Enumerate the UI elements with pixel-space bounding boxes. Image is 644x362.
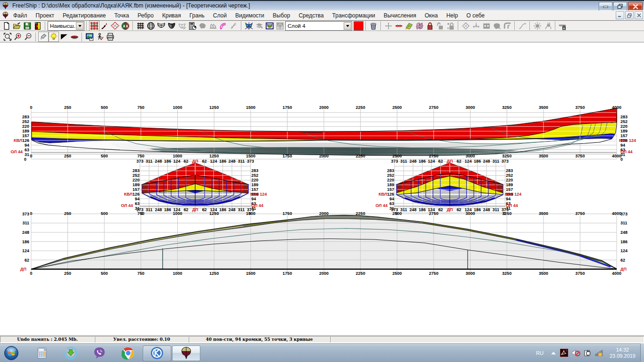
- svg-text:3250: 3250: [502, 105, 512, 110]
- draft-view-icon[interactable]: [177, 21, 187, 31]
- keel-wizard-icon[interactable]: [229, 21, 239, 31]
- svg-text:62: 62: [456, 159, 461, 164]
- zoom-out-icon[interactable]: [23, 32, 33, 42]
- insert-point-icon[interactable]: [394, 21, 404, 31]
- hull-lines-view-icon[interactable]: [156, 21, 166, 31]
- printer-icon[interactable]: [105, 32, 116, 42]
- mdi-close-button[interactable]: [635, 11, 643, 19]
- menu-16[interactable]: О себе: [462, 11, 489, 21]
- menu-7[interactable]: Грань: [185, 11, 209, 21]
- developable-check-icon[interactable]: [110, 21, 120, 31]
- resistance-dock-icon[interactable]: [208, 21, 218, 31]
- restore-button[interactable]: [613, 2, 627, 11]
- unlock-all-icon[interactable]: [446, 21, 456, 31]
- plot-pen-icon[interactable]: [95, 32, 105, 42]
- taskbar-kompas-app-button[interactable]: [143, 346, 171, 361]
- mdi-minimize-button[interactable]: [616, 11, 624, 19]
- wireframe-view-icon[interactable]: [146, 21, 156, 31]
- taskbar-mediaget-app-icon[interactable]: [56, 345, 85, 362]
- menu-6[interactable]: Кривая: [158, 11, 185, 21]
- open-file-icon[interactable]: [12, 21, 22, 31]
- close-button[interactable]: [628, 2, 643, 11]
- show-desktop-button[interactable]: [640, 344, 644, 362]
- menu-14[interactable]: Окна: [421, 11, 442, 21]
- align-points-icon[interactable]: [471, 21, 481, 31]
- taskbar-chrome-app-icon[interactable]: [114, 345, 142, 362]
- red-hull-icon[interactable]: [69, 32, 80, 42]
- menu-2[interactable]: Проект: [32, 11, 59, 21]
- dropdown-arrow-icon[interactable]: [76, 22, 83, 30]
- layers-stack-icon[interactable]: [254, 21, 264, 31]
- menu-10[interactable]: Выбор: [269, 11, 295, 21]
- network-tray-icon[interactable]: [595, 349, 603, 357]
- black-triangle-icon[interactable]: [59, 32, 69, 42]
- menu-15[interactable]: Help: [442, 11, 462, 21]
- taskbar-calculator-app-icon[interactable]: 0: [27, 345, 56, 362]
- layer-dropdown[interactable]: Слой 4: [285, 21, 352, 31]
- halfbreadth-plan-view: 0025025050050075075010001000125012501500…: [20, 211, 627, 276]
- intersections-icon[interactable]: [244, 21, 254, 31]
- linesplan-drawing-area[interactable]: 0025025050050075075010001000125012501500…: [0, 43, 644, 335]
- unlock-points-icon[interactable]: [435, 21, 446, 31]
- menu-12[interactable]: Трансформации: [328, 11, 380, 21]
- svg-text:248: 248: [483, 159, 490, 164]
- volume-muted-tray-icon[interactable]: [571, 349, 580, 357]
- acrobat-tray-icon[interactable]: [560, 349, 568, 357]
- control-net-icon[interactable]: [89, 21, 99, 31]
- develop-plates-icon[interactable]: [218, 21, 229, 31]
- start-button[interactable]: [2, 345, 21, 362]
- taskbar-viber-app-icon[interactable]: [85, 345, 114, 362]
- dropdown-arrow-icon[interactable]: [344, 22, 351, 30]
- collapse-edge-icon[interactable]: [481, 21, 492, 31]
- flip-normal-icon[interactable]: [502, 21, 512, 31]
- eraser-icon[interactable]: [38, 32, 49, 42]
- menu-3[interactable]: Редактирование: [58, 11, 110, 21]
- lamp-icon[interactable]: [49, 32, 59, 42]
- precision-dropdown[interactable]: Наивысш.: [48, 21, 84, 31]
- exit-door-icon[interactable]: [33, 21, 43, 31]
- intersect-planes-icon[interactable]: [414, 21, 425, 31]
- knife-calc-icon[interactable]: [558, 21, 568, 31]
- plug-tool-icon[interactable]: [543, 21, 553, 31]
- layer-grid-icon[interactable]: [275, 21, 285, 31]
- shaded-view-icon[interactable]: [166, 21, 177, 31]
- menu-11[interactable]: Средства: [294, 11, 328, 21]
- interior-edges-icon[interactable]: 123: [135, 21, 146, 31]
- move-point-icon[interactable]: [383, 21, 394, 31]
- layer-color-swatch[interactable]: [354, 21, 363, 31]
- gaussian-curvature-icon[interactable]: [120, 21, 131, 31]
- layer-properties-icon[interactable]: [264, 21, 275, 31]
- clock[interactable]: 14:32 23.09.2019: [610, 347, 636, 359]
- svg-text:248: 248: [155, 159, 162, 164]
- menu-1[interactable]: Файл: [9, 11, 32, 21]
- menu-13[interactable]: Вычисления: [380, 11, 421, 21]
- menu-8[interactable]: Слой: [209, 11, 231, 21]
- flowlines-icon[interactable]: [198, 21, 208, 31]
- light-spark-icon[interactable]: [532, 21, 543, 31]
- save-file-icon[interactable]: [22, 21, 33, 31]
- project-plane-icon[interactable]: [404, 21, 414, 31]
- zoom-in-icon[interactable]: [13, 32, 23, 42]
- svg-text:КВЛ: КВЛ: [619, 138, 627, 143]
- svg-text:62: 62: [438, 207, 443, 212]
- tray-chevron-up-icon[interactable]: [550, 351, 557, 355]
- new-curve-icon[interactable]: [517, 21, 528, 31]
- minimize-button[interactable]: [599, 2, 612, 11]
- zoom-extents-icon[interactable]: [2, 32, 13, 42]
- new-file-icon[interactable]: [1, 21, 12, 31]
- taskbar-freeship-button[interactable]: [172, 346, 200, 361]
- language-indicator[interactable]: RU: [536, 350, 544, 356]
- mdi-restore-button[interactable]: [625, 11, 634, 19]
- menu-5[interactable]: Ребро: [133, 11, 158, 21]
- hydrostatics-calc-icon[interactable]: [187, 21, 198, 31]
- menu-9[interactable]: Видимости: [231, 11, 269, 21]
- control-curve-icon[interactable]: [99, 21, 110, 31]
- lock-points-icon[interactable]: [425, 21, 435, 31]
- power-plug-tray-icon[interactable]: [584, 349, 592, 357]
- new-face-icon[interactable]: [492, 21, 502, 31]
- menu-4[interactable]: Точка: [110, 11, 133, 21]
- svg-text:3750: 3750: [575, 271, 585, 276]
- save-image-icon[interactable]: [84, 32, 95, 42]
- align-diamond-icon[interactable]: [461, 21, 471, 31]
- trash-bin-icon[interactable]: [368, 21, 379, 31]
